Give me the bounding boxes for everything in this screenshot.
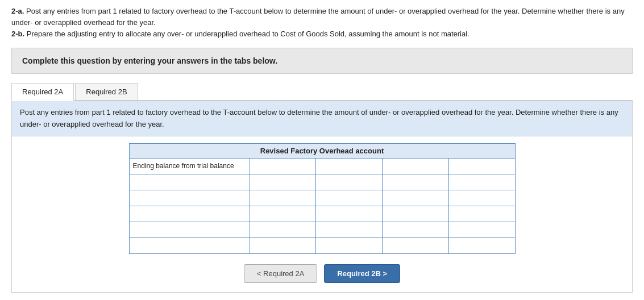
row6-right2-input[interactable] xyxy=(452,242,512,250)
part2a-label: 2-a. xyxy=(11,7,24,15)
tab-content: Post any entries from part 1 related to … xyxy=(11,101,633,292)
tab-description: Post any entries from part 1 related to … xyxy=(12,101,632,136)
row1-right1-input[interactable] xyxy=(386,163,445,170)
row2-left1-input[interactable] xyxy=(254,178,313,186)
row2-label[interactable] xyxy=(129,174,250,190)
row4-left2-input[interactable] xyxy=(319,210,379,218)
row3-left2-input[interactable] xyxy=(319,194,379,202)
t-account-table: Revised Factory Overhead account Ending … xyxy=(129,143,516,254)
intro-section: 2-a. Post any entries from part 1 relate… xyxy=(11,6,633,40)
row1-left1[interactable] xyxy=(250,158,316,174)
row3-label[interactable] xyxy=(129,190,250,206)
row2-right2-input[interactable] xyxy=(452,178,512,186)
prev-button[interactable]: < Required 2A xyxy=(244,264,317,283)
row1-left2-input[interactable] xyxy=(319,163,379,170)
row4-label-input[interactable] xyxy=(133,210,246,218)
row2-left2-input[interactable] xyxy=(319,178,379,186)
table-row: Ending balance from trial balance xyxy=(129,158,515,174)
next-button[interactable]: Required 2B > xyxy=(324,264,400,283)
row2-right2[interactable] xyxy=(448,174,515,190)
table-title: Revised Factory Overhead account xyxy=(129,143,515,158)
row1-left2[interactable] xyxy=(316,158,383,174)
complete-box: Complete this question by entering your … xyxy=(11,48,633,74)
row1-left1-input[interactable] xyxy=(254,163,313,170)
row6-label-input[interactable] xyxy=(133,241,246,249)
tab-required-2a[interactable]: Required 2A xyxy=(11,83,74,101)
row3-right1-input[interactable] xyxy=(386,194,445,202)
row5-label-input[interactable] xyxy=(133,226,246,234)
part2a-text: Post any entries from part 1 related to … xyxy=(11,7,625,27)
row4-left1-input[interactable] xyxy=(254,210,313,218)
table-row xyxy=(129,222,515,238)
tab-required-2b[interactable]: Required 2B xyxy=(75,83,138,100)
row2-label-input[interactable] xyxy=(133,178,246,186)
row6-label[interactable] xyxy=(129,238,250,253)
row1-right2[interactable] xyxy=(448,158,515,174)
part2b-text: Prepare the adjusting entry to allocate … xyxy=(24,30,470,38)
row6-right1-input[interactable] xyxy=(386,242,445,250)
row2-left2[interactable] xyxy=(316,174,383,190)
row1-right2-input[interactable] xyxy=(452,163,512,170)
row2-right1-input[interactable] xyxy=(386,178,445,186)
row4-right1-input[interactable] xyxy=(386,210,445,218)
row3-left1-input[interactable] xyxy=(254,194,313,202)
tabs-row: Required 2A Required 2B xyxy=(11,83,633,101)
row5-right1-input[interactable] xyxy=(386,226,445,234)
table-row xyxy=(129,174,515,190)
row5-left2-input[interactable] xyxy=(319,226,379,234)
row1-right1[interactable] xyxy=(383,158,449,174)
row6-left1-input[interactable] xyxy=(254,242,313,250)
table-row xyxy=(129,190,515,206)
row5-left1-input[interactable] xyxy=(254,226,313,234)
complete-box-text: Complete this question by entering your … xyxy=(22,56,277,65)
table-row xyxy=(129,238,515,253)
row6-left2-input[interactable] xyxy=(319,242,379,250)
row4-right2-input[interactable] xyxy=(452,210,512,218)
row5-label[interactable] xyxy=(129,222,250,238)
part2b-label: 2-b. xyxy=(11,30,24,38)
row3-label-input[interactable] xyxy=(133,194,246,202)
nav-buttons: < Required 2A Required 2B > xyxy=(21,264,623,283)
row1-label: Ending balance from trial balance xyxy=(129,158,250,174)
row4-label[interactable] xyxy=(129,206,250,222)
row5-right2-input[interactable] xyxy=(452,226,512,234)
table-row xyxy=(129,206,515,222)
row2-right1[interactable] xyxy=(383,174,449,190)
table-section: Revised Factory Overhead account Ending … xyxy=(12,136,632,292)
row3-right2-input[interactable] xyxy=(452,194,512,202)
row2-left1[interactable] xyxy=(250,174,316,190)
